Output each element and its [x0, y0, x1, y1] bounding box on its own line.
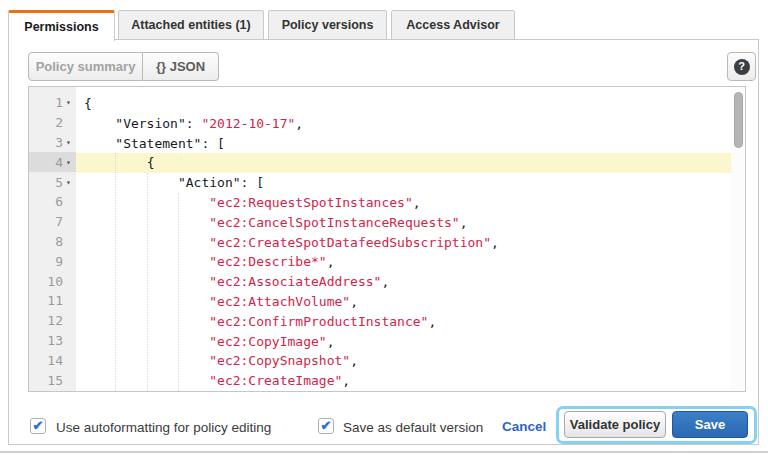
bottom-divider	[0, 451, 768, 453]
code-line[interactable]: "ec2:CreateSpotDatafeedSubscription",	[76, 233, 731, 253]
code-line[interactable]: "Action": [	[76, 173, 731, 193]
code-line[interactable]: "ec2:CreateImage",	[76, 371, 731, 391]
indent-guide	[178, 193, 179, 391]
fold-caret-icon[interactable]: ▾	[63, 178, 74, 187]
gutter-line[interactable]: 13	[29, 331, 76, 351]
code-line[interactable]: "ec2:CopyImage",	[76, 332, 731, 352]
gutter-line[interactable]: 9	[29, 251, 76, 271]
tab-policy-versions[interactable]: Policy versions	[268, 10, 387, 40]
code-line[interactable]: "ec2:RequestSpotInstances",	[76, 193, 731, 213]
code-line[interactable]: {	[76, 94, 731, 114]
code-line[interactable]: "ec2:AssociateAddress",	[76, 272, 731, 292]
gutter-line[interactable]: 4▾	[29, 152, 76, 172]
fold-caret-icon[interactable]: ▾	[63, 138, 74, 147]
gutter-line[interactable]: 15	[29, 370, 76, 390]
tab-permissions[interactable]: Permissions	[8, 10, 115, 41]
fold-caret-icon[interactable]: ▾	[63, 158, 74, 167]
gutter-line[interactable]: 7	[29, 212, 76, 232]
gutter-line[interactable]: 6	[29, 192, 76, 212]
gutter-line[interactable]: 5▾	[29, 172, 76, 192]
code-line[interactable]: "Version": "2012-10-17",	[76, 114, 731, 134]
gutter-line[interactable]: 11	[29, 291, 76, 311]
code-line[interactable]: {	[76, 153, 731, 173]
editor-scrollbar[interactable]	[731, 87, 745, 391]
gutter-line[interactable]: 2	[29, 113, 76, 133]
json-button[interactable]: {} JSON	[143, 52, 219, 81]
gutter-line[interactable]: 3▾	[29, 133, 76, 153]
save-button[interactable]: Save	[672, 411, 748, 438]
code-line[interactable]: "Statement": [	[76, 134, 731, 154]
indent-guide	[115, 153, 116, 391]
code-line[interactable]: "ec2:CopySnapshot",	[76, 351, 731, 371]
gutter-line[interactable]: 10	[29, 271, 76, 291]
gutter-line[interactable]: 14	[29, 350, 76, 370]
editor-code[interactable]: { "Version": "2012-10-17", "Statement": …	[76, 94, 731, 391]
fold-caret-icon[interactable]: ▾	[63, 98, 74, 107]
policy-json-editor[interactable]: 1▾23▾4▾5▾6789101112131415 { "Version": "…	[28, 86, 746, 392]
question-mark-icon: ?	[734, 59, 750, 75]
tab-access-advisor[interactable]: Access Advisor	[391, 10, 515, 40]
code-line[interactable]: "ec2:CancelSpotInstanceRequests",	[76, 213, 731, 233]
policy-summary-button[interactable]: Policy summary	[28, 52, 143, 81]
autoformat-checkbox[interactable]: ✔	[30, 418, 46, 434]
code-line[interactable]: "ec2:AttachVolume",	[76, 292, 731, 312]
tab-attached-entities[interactable]: Attached entities (1)	[118, 10, 264, 40]
gutter-line[interactable]: 1▾	[29, 93, 76, 113]
help-button[interactable]: ?	[727, 52, 756, 81]
gutter-line[interactable]: 8	[29, 232, 76, 252]
code-line[interactable]: "ec2:ConfirmProductInstance",	[76, 312, 731, 332]
code-line[interactable]: "ec2:Describe*",	[76, 252, 731, 272]
indent-guide	[147, 173, 148, 391]
autoformat-label: Use autoformatting for policy editing	[56, 420, 271, 435]
iam-policy-editor-page: Permissions Attached entities (1) Policy…	[0, 0, 768, 460]
scrollbar-thumb[interactable]	[734, 92, 743, 148]
validate-policy-button[interactable]: Validate policy	[564, 411, 666, 438]
checkmark-icon: ✔	[33, 419, 44, 432]
save-default-label: Save as default version	[343, 420, 483, 435]
view-toggle-group: Policy summary {} JSON	[28, 52, 219, 81]
gutter-line[interactable]: 12	[29, 311, 76, 331]
checkmark-icon: ✔	[321, 419, 332, 432]
cancel-link[interactable]: Cancel	[502, 419, 546, 434]
editor-gutter: 1▾23▾4▾5▾6789101112131415	[29, 87, 76, 391]
save-default-checkbox[interactable]: ✔	[318, 418, 334, 434]
